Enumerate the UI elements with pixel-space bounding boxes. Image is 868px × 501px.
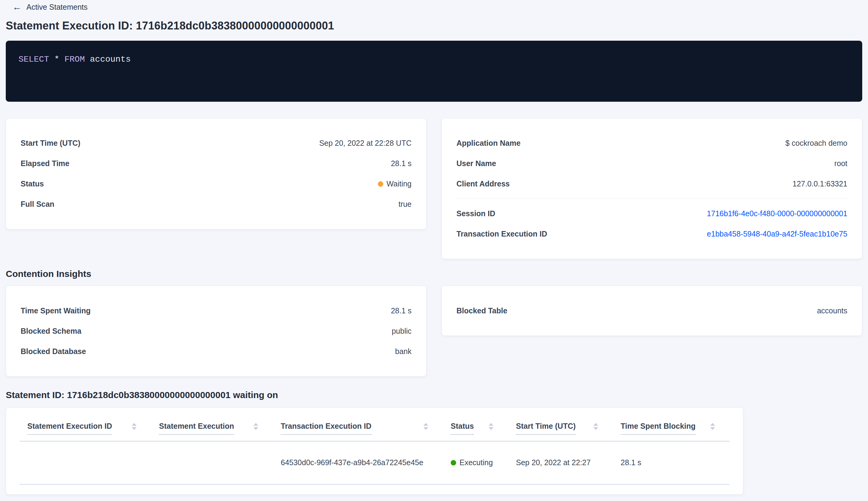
- statement-overview-card: Start Time (UTC) Sep 20, 2022 at 22:28 U…: [6, 118, 426, 229]
- client-address-row: Client Address 127.0.0.1:63321: [456, 174, 847, 194]
- status-label: Status: [21, 180, 44, 188]
- time-spent-waiting-value: 28.1 s: [391, 306, 412, 315]
- contention-cards-row: Time Spent Waiting 28.1 s Blocked Schema…: [6, 286, 862, 376]
- executing-status-dot-icon: [451, 460, 456, 466]
- sort-icon: [132, 423, 137, 430]
- blocked-table-value: accounts: [817, 306, 847, 315]
- cell-status: Executing: [443, 441, 508, 484]
- blocked-database-row: Blocked Database bank: [21, 341, 412, 362]
- transaction-execution-id-link[interactable]: e1bba458-5948-40a9-a42f-5feac1b10e75: [707, 230, 847, 238]
- column-header-statement-execution-id[interactable]: Statement Execution ID: [19, 408, 151, 441]
- back-link[interactable]: ← Active Statements: [6, 2, 87, 12]
- cell-statement-execution-id: [19, 441, 151, 484]
- application-name-row: Application Name $ cockroach demo: [456, 133, 847, 153]
- blocked-table-label: Blocked Table: [456, 306, 508, 315]
- column-header-transaction-execution-id[interactable]: Transaction Execution ID: [273, 408, 443, 441]
- transaction-execution-id-label: Transaction Execution ID: [456, 230, 547, 238]
- back-link-label: Active Statements: [26, 3, 87, 12]
- sort-icon: [423, 423, 428, 430]
- waiting-on-table: Statement Execution ID Statement Executi…: [19, 408, 730, 485]
- session-id-label: Session ID: [456, 209, 495, 218]
- waiting-on-heading: Statement ID: 1716b218dc0b38380000000000…: [6, 390, 862, 400]
- table-row: 64530d0c-969f-437e-a9b4-26a72245e45e Exe…: [19, 441, 730, 484]
- blocked-schema-row: Blocked Schema public: [21, 321, 412, 341]
- page-title: Statement Execution ID: 1716b218dc0b3838…: [6, 19, 862, 32]
- user-name-row: User Name root: [456, 153, 847, 174]
- table-header-row: Statement Execution ID Statement Executi…: [19, 408, 730, 441]
- sql-keyword-from: FROM: [64, 55, 85, 64]
- time-spent-waiting-row: Time Spent Waiting 28.1 s: [21, 301, 412, 321]
- statement-execution-details-page: ← Active Statements Statement Execution …: [0, 0, 868, 494]
- elapsed-time-row: Elapsed Time 28.1 s: [21, 153, 412, 174]
- time-spent-waiting-label: Time Spent Waiting: [21, 306, 91, 315]
- status-badge: Executing: [459, 458, 493, 467]
- card-divider: [456, 199, 847, 199]
- column-header-time-spent-blocking[interactable]: Time Spent Blocking: [613, 408, 730, 441]
- application-name-label: Application Name: [456, 139, 521, 148]
- overview-cards-row: Start Time (UTC) Sep 20, 2022 at 22:28 U…: [6, 118, 862, 259]
- start-time-value: Sep 20, 2022 at 22:28 UTC: [319, 139, 412, 148]
- blocked-database-value: bank: [395, 347, 412, 356]
- session-id-link[interactable]: 1716b1f6-4e0c-f480-0000-000000000001: [707, 209, 847, 218]
- user-name-value: root: [834, 159, 847, 168]
- session-id-row: Session ID 1716b1f6-4e0c-f480-0000-00000…: [456, 203, 847, 224]
- start-time-label: Start Time (UTC): [21, 139, 80, 148]
- transaction-execution-id-row: Transaction Execution ID e1bba458-5948-4…: [456, 224, 847, 244]
- start-time-row: Start Time (UTC) Sep 20, 2022 at 22:28 U…: [21, 133, 412, 153]
- status-badge: Waiting: [387, 180, 412, 188]
- blocked-schema-value: public: [392, 327, 412, 335]
- full-scan-value: true: [399, 200, 412, 209]
- session-details-card: Application Name $ cockroach demo User N…: [442, 118, 862, 259]
- sort-icon: [593, 423, 598, 430]
- arrow-left-icon: ←: [12, 2, 22, 12]
- cell-start-time: Sep 20, 2022 at 22:27: [508, 441, 613, 484]
- user-name-label: User Name: [456, 159, 496, 168]
- cell-transaction-execution-id: 64530d0c-969f-437e-a9b4-26a72245e45e: [273, 441, 443, 484]
- sort-icon: [253, 423, 258, 430]
- elapsed-time-value: 28.1 s: [391, 159, 412, 168]
- cell-time-spent-blocking: 28.1 s: [613, 441, 730, 484]
- status-value: Waiting: [378, 180, 412, 188]
- column-header-start-time[interactable]: Start Time (UTC): [508, 408, 613, 441]
- elapsed-time-label: Elapsed Time: [21, 159, 69, 168]
- sort-icon: [489, 423, 493, 430]
- contention-insights-heading: Contention Insights: [6, 269, 862, 279]
- blocked-database-label: Blocked Database: [21, 347, 86, 356]
- sql-statement-box: SELECT * FROM accounts: [6, 41, 862, 102]
- contention-waiting-card: Time Spent Waiting 28.1 s Blocked Schema…: [6, 286, 426, 376]
- client-address-value: 127.0.0.1:63321: [792, 180, 847, 188]
- blocked-schema-label: Blocked Schema: [21, 327, 82, 335]
- sql-star: *: [54, 55, 59, 64]
- full-scan-label: Full Scan: [21, 200, 54, 209]
- waiting-status-dot-icon: [378, 181, 383, 187]
- waiting-on-table-card: Statement Execution ID Statement Executi…: [6, 407, 743, 494]
- column-header-statement-execution[interactable]: Statement Execution: [151, 408, 273, 441]
- blocked-table-card: Blocked Table accounts: [442, 286, 862, 336]
- cell-statement-execution: [151, 441, 273, 484]
- blocked-table-row: Blocked Table accounts: [456, 301, 847, 321]
- full-scan-row: Full Scan true: [21, 194, 412, 214]
- application-name-value: $ cockroach demo: [785, 139, 847, 148]
- sql-keyword-select: SELECT: [19, 55, 49, 64]
- client-address-label: Client Address: [456, 180, 510, 188]
- sql-identifier: accounts: [90, 55, 130, 64]
- column-header-status[interactable]: Status: [443, 408, 508, 441]
- sort-icon: [710, 423, 715, 430]
- status-row: Status Waiting: [21, 174, 412, 194]
